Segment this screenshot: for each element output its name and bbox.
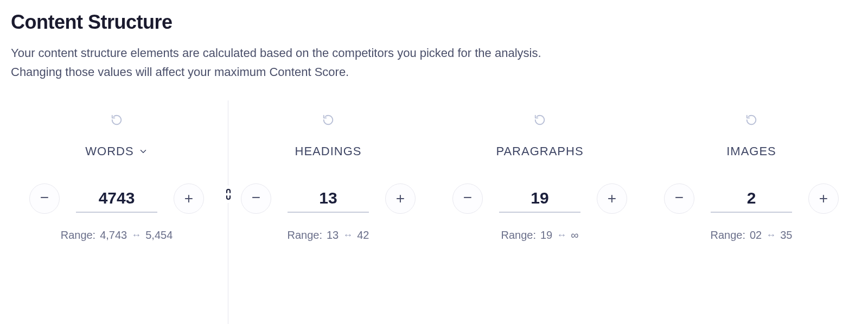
increment-button[interactable]: + — [174, 183, 204, 214]
metrics-row: WORDS − + Range: 4,743 ↔ 5,454 HEADINGS … — [11, 114, 857, 242]
range-prefix: Range: — [288, 229, 323, 242]
refresh-icon[interactable] — [745, 114, 757, 126]
metric-label-text: WORDS — [85, 144, 133, 158]
range-high: 5,454 — [145, 229, 173, 242]
decrement-button[interactable]: − — [452, 183, 483, 214]
range-high: ∞ — [571, 229, 578, 242]
range-prefix: Range: — [501, 229, 536, 242]
range-high: 35 — [780, 229, 792, 242]
metric-label-words[interactable]: WORDS — [85, 144, 148, 158]
range-arrow-icon: ↔ — [343, 230, 353, 241]
headings-input[interactable] — [288, 185, 369, 213]
metric-words: WORDS − + Range: 4,743 ↔ 5,454 — [11, 114, 222, 242]
metric-label-text: HEADINGS — [295, 144, 362, 158]
link-toggle-button[interactable] — [220, 186, 237, 203]
stepper-headings: − + — [241, 183, 416, 214]
images-input[interactable] — [711, 185, 792, 213]
range-arrow-icon: ↔ — [131, 230, 141, 241]
range-images: Range: 02 ↔ 35 — [711, 229, 793, 242]
increment-button[interactable]: + — [597, 183, 627, 214]
description-line-2: Changing those values will affect your m… — [11, 65, 349, 79]
page-description: Your content structure elements are calc… — [11, 43, 857, 81]
decrement-button[interactable]: − — [664, 183, 694, 214]
metric-label-paragraphs: PARAGRAPHS — [496, 144, 583, 158]
link-icon — [223, 188, 234, 201]
refresh-icon[interactable] — [322, 114, 334, 126]
metric-label-text: IMAGES — [726, 144, 776, 158]
decrement-button[interactable]: − — [241, 183, 271, 214]
metric-label-text: PARAGRAPHS — [496, 144, 583, 158]
metric-label-headings: HEADINGS — [295, 144, 362, 158]
stepper-words: − + — [29, 183, 204, 214]
stepper-images: − + — [664, 183, 839, 214]
chevron-down-icon — [138, 147, 148, 156]
metric-label-images: IMAGES — [726, 144, 776, 158]
range-headings: Range: 13 ↔ 42 — [288, 229, 369, 242]
range-prefix: Range: — [711, 229, 746, 242]
decrement-button[interactable]: − — [29, 183, 60, 214]
range-prefix: Range: — [61, 229, 96, 242]
metric-paragraphs: PARAGRAPHS − + Range: 19 ↔ ∞ — [434, 114, 646, 242]
increment-button[interactable]: + — [808, 183, 839, 214]
metric-images: IMAGES − + Range: 02 ↔ 35 — [646, 114, 857, 242]
increment-button[interactable]: + — [385, 183, 416, 214]
range-arrow-icon: ↔ — [557, 230, 566, 241]
description-line-1: Your content structure elements are calc… — [11, 46, 541, 60]
page-title: Content Structure — [11, 11, 857, 34]
metric-headings: HEADINGS − + Range: 13 ↔ 42 — [222, 114, 434, 242]
refresh-icon[interactable] — [534, 114, 546, 126]
range-low: 19 — [540, 229, 552, 242]
range-arrow-icon: ↔ — [766, 230, 776, 241]
range-high: 42 — [357, 229, 369, 242]
range-low: 4,743 — [100, 229, 127, 242]
words-input[interactable] — [76, 185, 157, 213]
paragraphs-input[interactable] — [499, 185, 580, 213]
refresh-icon[interactable] — [111, 114, 123, 126]
range-paragraphs: Range: 19 ↔ ∞ — [501, 229, 578, 242]
range-low: 13 — [327, 229, 339, 242]
range-words: Range: 4,743 ↔ 5,454 — [61, 229, 173, 242]
stepper-paragraphs: − + — [452, 183, 627, 214]
range-low: 02 — [750, 229, 762, 242]
